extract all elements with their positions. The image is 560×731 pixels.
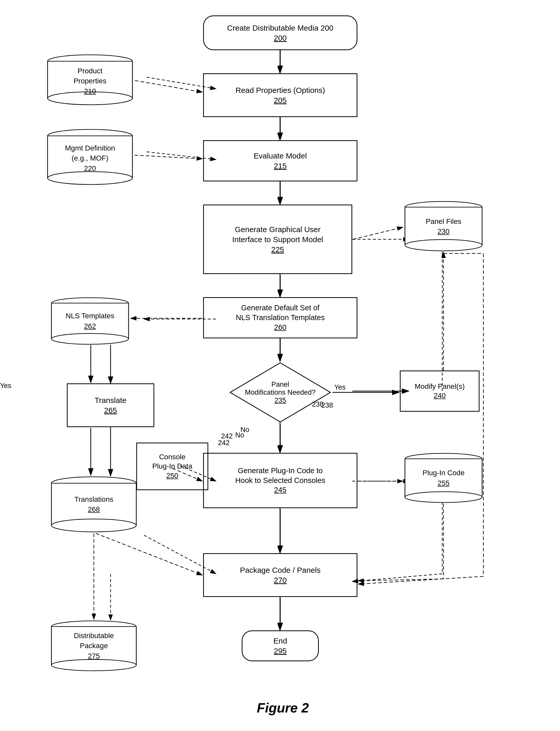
svg-line-85	[96, 533, 202, 575]
svg-point-61	[51, 660, 136, 671]
gen-nls-label: Generate Default Set ofNLS Translation T…	[236, 303, 325, 322]
panel-mods-label: PanelModifications Needed?235	[245, 381, 316, 405]
end-node: End 295	[242, 630, 319, 661]
figure-title: Figure 2	[257, 700, 309, 715]
gen-gui-label: Generate Graphical UserInterface to Supp…	[232, 224, 323, 244]
plugin-code-label: Plug-In Code255	[422, 468, 464, 488]
console-plugin-node: ConsolePlug-In Data 250	[136, 443, 208, 490]
gen-gui-node: Generate Graphical UserInterface to Supp…	[203, 204, 352, 274]
modify-panels-node: Modify Panel(s) 240	[400, 371, 480, 412]
translate-label: Translate	[95, 395, 127, 405]
create-media-label: Create Distributable Media 200	[227, 23, 333, 33]
svg-point-51	[405, 492, 482, 503]
gen-plugin-node: Generate Plug-In Code toHook to Selected…	[203, 453, 357, 508]
label-238: 238	[321, 402, 333, 410]
product-props-label: ProductProperties210	[74, 66, 106, 96]
read-props-node: Read Properties (Options) 205	[203, 73, 357, 117]
diagram-container: Create Distributable Media 200 200 Read …	[0, 0, 560, 731]
distributable-pkg-label: DistributablePackage275	[74, 631, 114, 661]
svg-point-40	[405, 239, 482, 251]
gen-plugin-label: Generate Plug-In Code toHook to Selected…	[235, 466, 325, 485]
svg-text:Yes: Yes	[0, 382, 11, 390]
end-id: 295	[273, 646, 287, 656]
panel-files-node: Panel Files230	[404, 201, 483, 252]
read-props-id: 205	[236, 95, 325, 105]
distributable-pkg-node: DistributablePackage275	[50, 620, 138, 672]
mgmt-def-label: Mgmt Definition(e.g., MOF)220	[65, 143, 115, 173]
read-props-label: Read Properties (Options)	[236, 85, 325, 95]
svg-line-68	[353, 227, 403, 239]
panel-mods-diamond: PanelModifications Needed?235	[229, 361, 332, 423]
figure-label: Figure 2	[167, 700, 399, 716]
modify-panels-label: Modify Panel(s)	[415, 382, 465, 391]
translate-id: 265	[95, 405, 127, 415]
package-code-label: Package Code / Panels	[240, 565, 321, 575]
gen-plugin-id: 245	[235, 485, 325, 495]
create-media-id: 200	[227, 33, 333, 43]
translations-node: Translations268	[50, 476, 138, 533]
evaluate-model-label: Evaluate Model	[254, 151, 307, 161]
modify-panels-id: 240	[415, 391, 465, 401]
translations-label: Translations268	[74, 494, 113, 514]
no-label: No	[240, 426, 249, 434]
nls-templates-node: NLS Templates262	[50, 297, 130, 345]
translate-node: Translate 265	[67, 384, 154, 427]
nls-templates-label: NLS Templates262	[66, 311, 114, 331]
svg-line-22	[352, 574, 442, 582]
create-media-node: Create Distributable Media 200 200	[203, 15, 357, 50]
console-plugin-id: 250	[152, 471, 192, 481]
svg-point-45	[51, 333, 129, 344]
product-props-node: ProductProperties210	[46, 54, 134, 105]
gen-nls-id: 260	[236, 323, 325, 332]
yes-label: Yes	[334, 384, 346, 392]
mgmt-def-node: Mgmt Definition(e.g., MOF)220	[46, 129, 134, 185]
panel-files-label: Panel Files230	[426, 216, 462, 236]
plugin-code-node: Plug-In Code255	[404, 453, 483, 503]
package-code-id: 270	[240, 575, 321, 585]
gen-nls-node: Generate Default Set ofNLS Translation T…	[203, 297, 357, 338]
svg-line-90	[358, 576, 483, 584]
svg-line-67	[134, 155, 202, 159]
evaluate-model-node: Evaluate Model 215	[203, 140, 357, 181]
console-plugin-label: ConsolePlug-In Data	[152, 452, 192, 471]
gen-gui-id: 225	[232, 244, 323, 254]
svg-line-87	[358, 579, 444, 581]
evaluate-model-id: 215	[254, 161, 307, 171]
end-label: End	[273, 636, 287, 646]
svg-line-65	[135, 80, 202, 92]
svg-point-35	[48, 172, 132, 184]
label-242: 242	[221, 432, 233, 440]
svg-point-56	[51, 519, 136, 532]
package-code-node: Package Code / Panels 270	[203, 553, 357, 597]
